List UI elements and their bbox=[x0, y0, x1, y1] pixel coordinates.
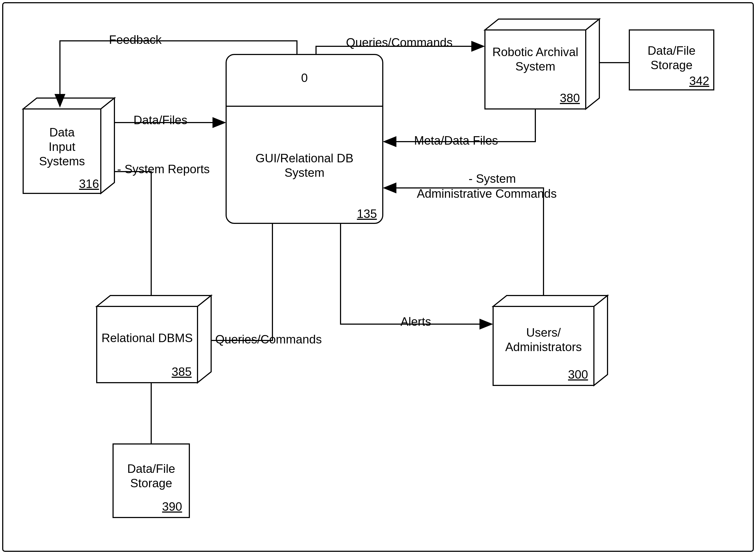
svg-marker-21 bbox=[383, 136, 396, 147]
svg-marker-1 bbox=[23, 98, 114, 109]
edge-label-data-files: Data/Files bbox=[133, 113, 187, 127]
label-data-input-systems: Data Input Systems bbox=[23, 125, 101, 168]
edge-system-reports bbox=[114, 172, 151, 295]
svg-marker-6 bbox=[485, 19, 599, 30]
edge-label-feedback: Feedback bbox=[109, 33, 162, 47]
svg-marker-22 bbox=[383, 182, 396, 193]
label-users-administrators: Users/ Administrators bbox=[493, 326, 594, 354]
label-data-file-storage-top: Data/File Storage bbox=[629, 44, 714, 72]
ref-robotic-archival: 380 bbox=[560, 91, 580, 105]
svg-marker-23 bbox=[480, 319, 493, 330]
edge-label-system-reports: - System Reports bbox=[117, 162, 210, 176]
edge-label-queries-commands-top: Queries/Commands bbox=[346, 36, 452, 50]
diagram-canvas: Data Input Systems 316 0 GUI/Relational … bbox=[0, 0, 756, 554]
label-relational-dbms: Relational DBMS bbox=[97, 331, 198, 345]
edge-label-system-admin-cmds-2: Administrative Commands bbox=[417, 186, 557, 201]
ref-gui-relational-db: 135 bbox=[357, 207, 377, 221]
edge-alerts bbox=[340, 223, 493, 330]
label-robotic-archival: Robotic Archival System bbox=[485, 45, 586, 74]
edge-label-meta-data-files: Meta/Data Files bbox=[414, 133, 498, 148]
edge-label-system-admin-cmds-1: - System bbox=[469, 172, 516, 186]
ref-data-file-storage-top: 342 bbox=[689, 74, 709, 88]
svg-marker-7 bbox=[586, 19, 599, 109]
label-data-file-storage-bottom: Data/File Storage bbox=[113, 462, 190, 491]
svg-marker-19 bbox=[471, 41, 485, 52]
edge-queries-commands-mid bbox=[211, 223, 272, 340]
svg-marker-2 bbox=[101, 98, 114, 193]
label-gui-header: 0 bbox=[226, 71, 383, 85]
label-gui-relational-db: GUI/Relational DB System bbox=[226, 151, 383, 180]
svg-marker-14 bbox=[493, 295, 607, 307]
ref-data-file-storage-bottom: 390 bbox=[162, 500, 182, 513]
edge-label-alerts: Alerts bbox=[400, 315, 431, 329]
svg-marker-11 bbox=[198, 295, 211, 383]
svg-marker-15 bbox=[594, 295, 607, 385]
edge-label-queries-commands-mid: Queries/Commands bbox=[215, 332, 322, 347]
ref-relational-dbms: 385 bbox=[172, 365, 192, 379]
ref-users-administrators: 300 bbox=[568, 368, 588, 381]
ref-data-input-systems: 316 bbox=[79, 177, 99, 191]
svg-marker-18 bbox=[213, 117, 226, 128]
svg-marker-10 bbox=[97, 295, 211, 307]
